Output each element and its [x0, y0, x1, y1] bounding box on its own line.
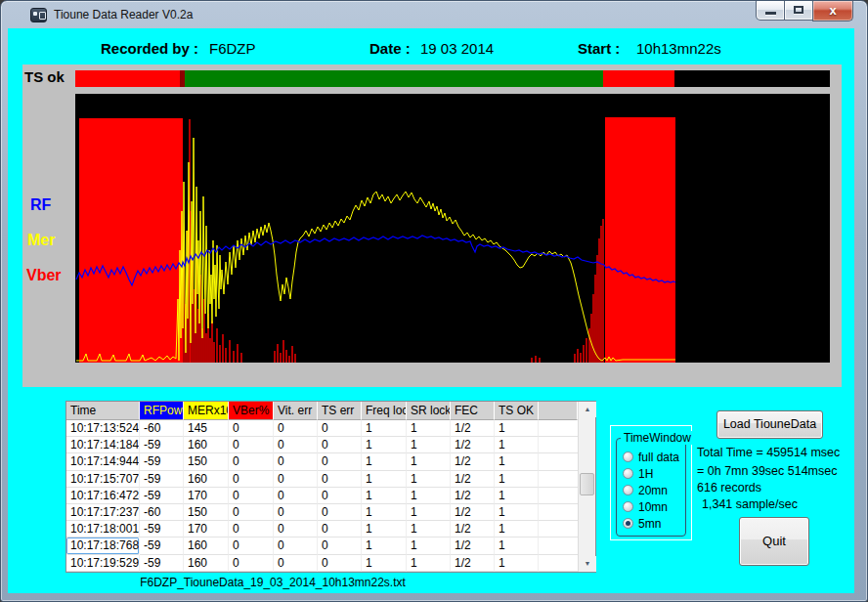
table-row[interactable]: 10:17:14:944-59150000111/21 [66, 453, 578, 470]
table-cell[interactable]: 160 [184, 471, 229, 488]
table-cell[interactable]: 0 [229, 504, 274, 521]
table-cell[interactable]: 0 [318, 521, 362, 538]
table-cell[interactable]: 0 [318, 471, 362, 488]
table-cell[interactable]: 1 [407, 538, 451, 554]
table-cell[interactable]: -59 [140, 471, 184, 488]
table-cell[interactable]: 0 [229, 555, 274, 572]
scroll-up-button[interactable]: ▲ [579, 402, 596, 417]
radio-1h[interactable]: 1H [623, 465, 683, 482]
table-cell[interactable]: 0 [274, 538, 318, 554]
table-cell[interactable]: 1 [407, 504, 451, 521]
table-cell[interactable]: 0 [318, 538, 362, 554]
table-cell[interactable]: 1 [362, 471, 407, 488]
table-cell[interactable]: -60 [140, 420, 184, 437]
table-cell[interactable]: -59 [140, 555, 184, 572]
radio-10mn[interactable]: 10mn [623, 498, 683, 515]
scroll-thumb[interactable] [580, 473, 594, 495]
table-cell[interactable]: 1 [362, 521, 407, 538]
table-row[interactable]: 10:17:14:184-59160000111/21 [66, 437, 578, 453]
table-cell[interactable]: -59 [140, 488, 184, 504]
table-cell[interactable]: 145 [184, 420, 229, 437]
table-header-cell[interactable]: Vit. err [274, 402, 318, 420]
table-cell[interactable]: 1 [362, 420, 407, 437]
table-header-cell[interactable]: Freq lock [362, 402, 407, 420]
scroll-down-button[interactable]: ▼ [579, 556, 596, 572]
radio-5mn[interactable]: 5mn [623, 515, 683, 532]
table-cell[interactable]: 1/2 [451, 437, 495, 453]
table-cell[interactable]: 0 [229, 521, 274, 538]
table-cell[interactable]: -59 [140, 437, 184, 453]
quit-button[interactable]: Quit [739, 517, 809, 566]
table-cell[interactable]: 0 [318, 420, 362, 437]
table-cell[interactable]: 1 [495, 471, 539, 488]
table-cell[interactable]: 160 [184, 437, 229, 453]
table-cell[interactable]: 10:17:13:524 [66, 420, 140, 437]
table-cell[interactable]: 10:17:16:472 [66, 488, 140, 504]
data-table[interactable]: TimeRFPowerMERx10VBer%Vit. errTS errFreq… [66, 402, 578, 572]
table-cell[interactable]: 1 [407, 471, 451, 488]
table-cell[interactable]: 1/2 [451, 471, 495, 488]
table-cell[interactable]: 10:17:14:184 [66, 437, 140, 453]
table-cell[interactable]: 0 [274, 420, 318, 437]
radio-full-data[interactable]: full data [623, 449, 683, 465]
table-cell[interactable]: 1 [495, 504, 539, 521]
table-cell[interactable]: 0 [318, 555, 362, 572]
table-cell[interactable]: 1/2 [451, 420, 495, 437]
maximize-button[interactable] [785, 1, 812, 21]
table-cell[interactable]: 150 [184, 453, 229, 470]
table-cell[interactable]: 0 [229, 538, 274, 554]
table-cell[interactable]: -59 [140, 538, 184, 554]
table-cell[interactable]: 1/2 [451, 488, 495, 504]
table-cell[interactable]: 0 [318, 437, 362, 453]
table-row[interactable]: 10:17:17:237-60150000111/21 [66, 504, 578, 521]
table-cell[interactable]: 0 [318, 488, 362, 504]
table-cell[interactable]: 0 [274, 555, 318, 572]
table-header-cell[interactable]: RFPower [140, 402, 184, 420]
table-cell[interactable]: 1/2 [451, 555, 495, 572]
table-header-cell[interactable]: VBer% [229, 402, 274, 420]
table-header-cell[interactable]: FEC [451, 402, 495, 420]
table-row[interactable]: 10:17:15:707-59160000111/21 [66, 471, 578, 488]
window-titlebar[interactable]: Tioune Data Reader V0.2a x [1, 1, 867, 28]
table-cell[interactable]: 10:17:19:529 [66, 555, 140, 572]
table-cell[interactable]: 1 [495, 453, 539, 470]
table-cell[interactable]: 1 [495, 521, 539, 538]
table-cell[interactable]: 1 [495, 420, 539, 437]
table-row[interactable]: 10:17:16:472-59170000111/21 [66, 488, 578, 504]
table-cell[interactable]: 0 [274, 471, 318, 488]
table-cell[interactable]: 1 [362, 488, 407, 504]
table-header-cell[interactable]: MERx10 [184, 402, 229, 420]
table-cell[interactable]: 0 [229, 488, 274, 504]
table-cell[interactable]: 1 [362, 504, 407, 521]
table-cell[interactable]: 160 [184, 538, 229, 554]
table-cell[interactable]: 170 [184, 521, 229, 538]
table-cell[interactable]: 10:17:18:001 [66, 521, 140, 538]
table-cell[interactable]: 1 [407, 437, 451, 453]
table-cell[interactable]: 0 [274, 504, 318, 521]
table-cell[interactable]: 10:17:14:944 [66, 453, 140, 470]
table-cell[interactable]: 1 [495, 488, 539, 504]
table-cell[interactable]: 0 [229, 471, 274, 488]
close-button[interactable]: x [812, 1, 853, 22]
table-cell[interactable]: 0 [229, 453, 274, 470]
table-cell[interactable]: 1/2 [451, 504, 495, 521]
table-cell[interactable]: 1 [362, 437, 407, 453]
table-row[interactable]: 10:17:13:524-60145000111/21 [66, 420, 578, 437]
table-cell[interactable]: 10:17:15:707 [66, 471, 140, 488]
minimize-button[interactable] [756, 1, 785, 21]
table-cell[interactable]: 0 [318, 453, 362, 470]
table-cell[interactable]: -59 [140, 453, 184, 470]
radio-20mn[interactable]: 20mn [623, 482, 683, 498]
table-cell[interactable]: -60 [140, 504, 184, 521]
table-cell[interactable]: 1 [495, 555, 539, 572]
table-cell[interactable]: 1 [362, 555, 407, 572]
table-cell[interactable]: 150 [184, 504, 229, 521]
table-cell[interactable]: 1 [407, 420, 451, 437]
table-cell[interactable]: 1/2 [451, 453, 495, 470]
table-row[interactable]: 10:17:18:768-59160000111/21 [66, 538, 578, 554]
table-cell[interactable]: -59 [140, 521, 184, 538]
table-cell[interactable]: 1 [362, 538, 407, 554]
table-header-cell[interactable]: SR lock [407, 402, 451, 420]
table-cell[interactable]: 1/2 [451, 538, 495, 554]
table-cell[interactable]: 1 [362, 453, 407, 470]
